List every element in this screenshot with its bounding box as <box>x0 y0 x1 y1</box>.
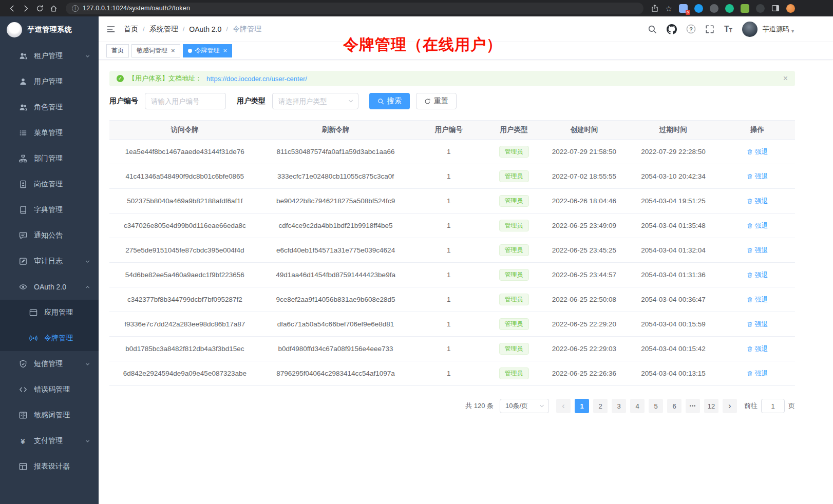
page-more-button[interactable]: ••• <box>686 399 700 413</box>
github-icon[interactable] <box>667 24 677 34</box>
share-icon[interactable] <box>651 4 659 12</box>
sidebar-item-audit-log[interactable]: 审计日志 <box>0 248 99 274</box>
refresh-token-cell: 811c530487574fa0af1a59d3abc1aa66 <box>260 140 411 164</box>
alert-doc-link[interactable]: https://doc.iocoder.cn/user-center/ <box>206 75 307 83</box>
page-button-1[interactable]: 1 <box>575 399 589 413</box>
user-type-tag: 管理员 <box>499 269 529 281</box>
sidebar-item-sms[interactable]: 短信管理 <box>0 351 99 377</box>
force-logout-button[interactable]: 强退 <box>747 147 768 157</box>
extension-icon-6[interactable] <box>756 4 765 13</box>
tab-token-manage[interactable]: 令牌管理 × <box>183 44 233 57</box>
delete-icon <box>747 149 753 155</box>
page-button-2[interactable]: 2 <box>593 399 608 413</box>
side-panel-icon[interactable] <box>771 4 780 12</box>
access-token-cell: 502375b8040a469a9b82188afdf6af1f <box>109 189 260 214</box>
sidebar-item-app-manage[interactable]: 应用管理 <box>0 300 99 325</box>
user-id-cell: 1 <box>411 238 486 263</box>
sidebar-item-error-code[interactable]: 错误码管理 <box>0 377 99 402</box>
reset-button[interactable]: 重置 <box>416 93 457 109</box>
search-button[interactable]: 搜索 <box>369 93 410 109</box>
extension-icon-5[interactable] <box>741 4 749 13</box>
extension-icon-1[interactable]: 6 <box>679 4 688 13</box>
sidebar-item-post[interactable]: 岗位管理 <box>0 171 99 197</box>
sidebar-item-label: 岗位管理 <box>34 180 63 189</box>
user-id-input[interactable] <box>145 93 226 109</box>
extension-icon-4[interactable] <box>725 4 734 13</box>
extension-icon-3[interactable] <box>710 4 718 13</box>
id-badge-icon <box>18 180 27 188</box>
page-button-3[interactable]: 3 <box>612 399 626 413</box>
sidebar-item-menu[interactable]: 菜单管理 <box>0 120 99 146</box>
breadcrumb-oauth[interactable]: OAuth 2.0 <box>189 25 221 33</box>
force-logout-button[interactable]: 强退 <box>747 172 768 181</box>
force-logout-button[interactable]: 强退 <box>747 246 768 255</box>
force-logout-button[interactable]: 强退 <box>747 270 768 280</box>
oauth-icon <box>18 283 27 291</box>
force-logout-button[interactable]: 强退 <box>747 320 768 329</box>
sidebar-item-role[interactable]: 角色管理 <box>0 94 99 120</box>
bookmark-star-icon[interactable]: ☆ <box>666 5 672 12</box>
tenant-icon <box>18 52 27 60</box>
home-icon[interactable] <box>47 2 61 15</box>
url-bar[interactable]: i 127.0.0.1:1024/system/oauth2/token <box>66 3 643 14</box>
page-button-4[interactable]: 4 <box>630 399 645 413</box>
goto-page-input[interactable] <box>761 399 785 413</box>
force-logout-button[interactable]: 强退 <box>747 221 768 230</box>
sidebar-item-dict[interactable]: 字典管理 <box>0 197 99 223</box>
sidebar-item-sensitive-word[interactable]: 敏感词管理 <box>0 402 99 428</box>
browser-profile-avatar[interactable] <box>786 4 795 13</box>
user-avatar[interactable] <box>742 22 758 37</box>
font-size-icon[interactable]: TT <box>724 25 732 33</box>
sidebar-item-payment[interactable]: ¥ 支付管理 <box>0 428 99 454</box>
refresh-token-cell: 9ce8ef2aa9f14056b831ae9b608e28d5 <box>260 287 411 312</box>
sidebar-item-oauth[interactable]: OAuth 2.0 <box>0 274 99 300</box>
back-icon[interactable] <box>5 2 19 15</box>
breadcrumb-system[interactable]: 系统管理 <box>149 25 178 34</box>
user-type-cell: 管理员 <box>486 263 541 287</box>
prev-page-button[interactable]: ‹ <box>556 399 571 413</box>
table-row: 41c41346a548490f9dc8b01c6bfe0865 333ecfc… <box>109 164 795 189</box>
force-logout-button[interactable]: 强退 <box>747 197 768 206</box>
goto-page: 前往 页 <box>744 399 795 413</box>
tab-home[interactable]: 首页 <box>106 44 129 57</box>
user-menu[interactable]: 芋道源码 ▾ <box>763 24 794 34</box>
sidebar-item-report-designer[interactable]: 报表设计器 <box>0 454 99 479</box>
site-info-icon[interactable]: i <box>72 5 79 12</box>
close-icon[interactable]: × <box>171 47 175 54</box>
sidebar-item-tenant[interactable]: 租户管理 <box>0 43 99 69</box>
extension-icon-2[interactable] <box>694 4 703 13</box>
sidebar-item-token-manage[interactable]: 令牌管理 <box>0 325 99 351</box>
next-page-button[interactable]: › <box>723 399 737 413</box>
force-logout-button[interactable]: 强退 <box>747 295 768 304</box>
page-button-12[interactable]: 12 <box>704 399 718 413</box>
hamburger-icon[interactable] <box>106 25 116 34</box>
user-id-cell: 1 <box>411 189 486 214</box>
forward-icon[interactable] <box>19 2 33 15</box>
table-row: 6d842e2924594de9a09e45e087323abe 8796295… <box>109 361 795 386</box>
sidebar-item-notice[interactable]: 通知公告 <box>0 223 99 248</box>
force-logout-button[interactable]: 强退 <box>747 344 768 354</box>
fullscreen-icon[interactable] <box>705 25 714 34</box>
user-type-cell: 管理员 <box>486 189 541 214</box>
success-check-icon: ✓ <box>117 75 124 82</box>
app-logo[interactable]: 芋道管理系统 <box>0 16 99 43</box>
alert-close-icon[interactable]: × <box>783 74 788 83</box>
action-cell: 强退 <box>720 164 795 189</box>
table-row: f9336e7c7dd242a283ee98dc86b17a87 dfa6c71… <box>109 312 795 337</box>
page-button-5[interactable]: 5 <box>649 399 663 413</box>
force-logout-button[interactable]: 强退 <box>747 369 768 378</box>
close-icon[interactable]: × <box>223 47 228 54</box>
breadcrumb-home[interactable]: 首页 <box>124 25 138 34</box>
reload-icon[interactable] <box>33 2 47 15</box>
sidebar-item-label: 令牌管理 <box>44 334 73 343</box>
page-size-select[interactable]: 10条/页 <box>500 399 549 413</box>
user-type-select[interactable] <box>272 93 358 109</box>
tab-sensitive-word[interactable]: 敏感词管理 × <box>131 44 180 57</box>
page-button-6[interactable]: 6 <box>667 399 681 413</box>
tab-label: 首页 <box>111 46 124 55</box>
sidebar-item-user[interactable]: 用户管理 <box>0 69 99 94</box>
sidebar-item-dept[interactable]: 部门管理 <box>0 146 99 171</box>
search-icon[interactable] <box>648 25 657 34</box>
main-area: 首页 / 系统管理 / OAuth 2.0 / 令牌管理 ? TT 芋道源码 ▾… <box>99 16 833 504</box>
help-icon[interactable]: ? <box>687 25 695 33</box>
